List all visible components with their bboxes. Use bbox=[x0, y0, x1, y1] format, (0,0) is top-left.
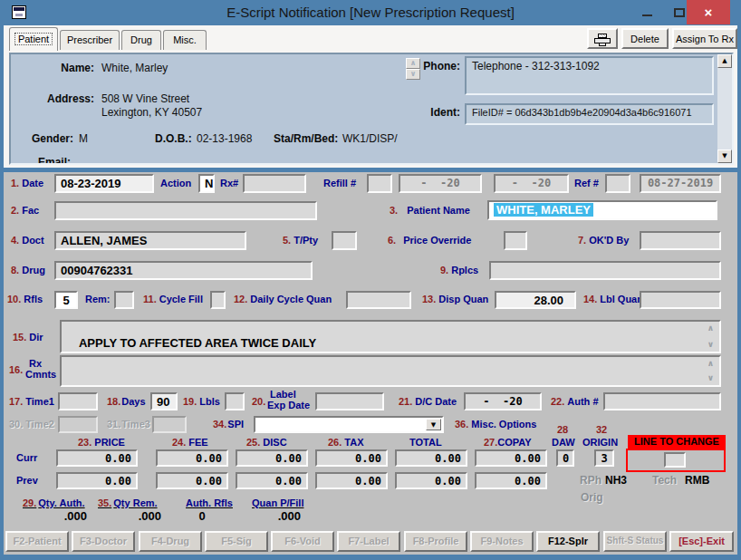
line-to-change-outline bbox=[626, 449, 726, 472]
rph-value: NH3 bbox=[605, 474, 627, 487]
curr-fee-field[interactable]: 0.00 bbox=[156, 449, 228, 467]
days-label: 18.Days bbox=[107, 396, 146, 407]
curr-tax-field[interactable]: 0.00 bbox=[315, 449, 388, 467]
price-override-field[interactable] bbox=[504, 231, 527, 250]
daw-field[interactable]: 0 bbox=[556, 449, 574, 467]
phone-field[interactable]: Telephone - 312-313-1092 bbox=[465, 56, 714, 95]
origin-field[interactable]: 3 bbox=[594, 449, 614, 467]
address-line2: Lexington, KY 40507 bbox=[101, 106, 202, 119]
copay-header: 27.COPAY bbox=[484, 437, 532, 448]
dir-scroll-up-icon[interactable]: ∧ bbox=[707, 324, 714, 333]
rx-number-field[interactable] bbox=[243, 174, 306, 193]
rx-number-label: Rx# bbox=[220, 178, 238, 188]
patient-name-label: 3.Patient Name bbox=[390, 205, 470, 216]
rem-label: Rem: bbox=[85, 294, 111, 304]
fac-field[interactable] bbox=[54, 201, 317, 220]
date-field[interactable]: 08-23-2019 bbox=[54, 174, 154, 193]
dir-field[interactable]: APPLY TO AFFECTED AREA TWICE DAILY ∧ ∨ bbox=[60, 320, 721, 353]
quan-pfill-value: .000 bbox=[250, 509, 301, 523]
cmnts-scroll-up-icon[interactable]: ∧ bbox=[707, 360, 714, 368]
curr-disc-field[interactable]: 0.00 bbox=[236, 449, 308, 467]
prev-fee-field: 0.00 bbox=[156, 472, 228, 489]
print-button[interactable] bbox=[587, 28, 618, 49]
patient-name-field[interactable]: WHITE, MARLEY bbox=[487, 200, 717, 220]
okd-by-label: 7.OK'D By bbox=[578, 235, 629, 246]
shft-s-status-button[interactable]: Shft-S Status bbox=[603, 531, 667, 552]
ref-number-field[interactable] bbox=[605, 174, 630, 193]
f4-drug-button[interactable]: F4-Drug bbox=[139, 531, 202, 552]
delete-button[interactable]: Delete bbox=[621, 28, 669, 49]
date-label: 1.Date bbox=[11, 178, 43, 188]
tech-value: RMB bbox=[685, 474, 709, 487]
tab-patient[interactable]: Patient bbox=[9, 27, 58, 51]
curr-copay-field[interactable]: 0.00 bbox=[475, 449, 547, 467]
curr-total-field: 0.00 bbox=[395, 449, 467, 467]
ident-label: Ident: bbox=[400, 106, 460, 119]
drug-field[interactable]: 00904762331 bbox=[54, 261, 313, 280]
f8-profile-button[interactable]: F8-Profile bbox=[404, 531, 467, 552]
tab-misc[interactable]: Misc. bbox=[163, 30, 207, 50]
dc-date-field[interactable]: - -20 bbox=[464, 392, 542, 410]
rem-field[interactable] bbox=[114, 291, 134, 309]
days-field[interactable]: 90 bbox=[150, 392, 178, 410]
lbls-label: 19.Lbls bbox=[183, 396, 220, 407]
rplcs-label: 9.Rplcs bbox=[440, 265, 478, 275]
disp-quan-field[interactable]: 28.00 bbox=[495, 291, 576, 309]
sta-rm-bed-label: Sta/Rm/Bed: bbox=[274, 132, 338, 145]
curr-price-field[interactable]: 0.00 bbox=[56, 449, 138, 467]
minimize-button[interactable] bbox=[634, 0, 659, 24]
tab-drug[interactable]: Drug bbox=[121, 30, 161, 50]
lbl-quan-label: 14.Lbl Quan bbox=[583, 294, 643, 304]
time1-field[interactable] bbox=[58, 392, 98, 410]
f6-void-button[interactable]: F6-Void bbox=[271, 531, 334, 552]
doct-field[interactable]: ALLEN, JAMES bbox=[54, 231, 246, 250]
fac-label: 2.Fac bbox=[11, 205, 39, 216]
scroll-up-icon[interactable]: ▲ bbox=[717, 54, 732, 68]
f12-splr-button[interactable]: F12-Splr bbox=[536, 531, 600, 552]
refill-number-field[interactable] bbox=[367, 174, 392, 193]
dir-scroll-down-icon[interactable]: ∨ bbox=[707, 341, 714, 349]
refill-number-label: Refill # bbox=[323, 178, 356, 188]
tab-prescriber[interactable]: Prescriber bbox=[60, 30, 120, 50]
label-exp-number: 20. bbox=[252, 396, 268, 407]
rx-cmnts-label-line2: Cmnts bbox=[25, 369, 56, 380]
time3-label: 31.Time3 bbox=[107, 419, 150, 430]
close-icon: × bbox=[705, 5, 713, 20]
close-button[interactable]: × bbox=[687, 0, 730, 24]
okd-by-field[interactable] bbox=[640, 231, 721, 250]
lbl-quan-field[interactable] bbox=[640, 291, 721, 309]
spi-dropdown-icon[interactable]: ▼ bbox=[426, 419, 441, 430]
rfls-field[interactable]: 5 bbox=[54, 291, 78, 309]
f2-patient-button[interactable]: F2-Patient bbox=[5, 531, 69, 552]
lbls-field[interactable] bbox=[225, 392, 245, 410]
daily-cycle-quan-field[interactable] bbox=[346, 291, 411, 309]
esc-exit-button[interactable]: [Esc]-Exit bbox=[669, 531, 734, 552]
cycle-fill-checkbox[interactable] bbox=[210, 291, 226, 309]
rx-cmnts-field[interactable]: ∧ ∨ bbox=[60, 355, 721, 387]
cmnts-scroll-down-icon[interactable]: ∨ bbox=[707, 374, 714, 382]
tpty-field[interactable] bbox=[332, 231, 357, 250]
f5-sig-button[interactable]: F5-Sig bbox=[205, 531, 268, 552]
rplcs-field[interactable] bbox=[489, 261, 721, 280]
auth-number-label: 22.Auth # bbox=[551, 396, 599, 407]
action-field[interactable]: N bbox=[198, 174, 215, 193]
ident-field[interactable]: FileID# = 06d343b1db9b4e20904d3a4b6c9160… bbox=[465, 103, 714, 125]
assign-to-rx-button[interactable]: Assign To Rx bbox=[672, 28, 737, 49]
prev-price-field: 0.00 bbox=[56, 472, 138, 489]
label-exp-date-field[interactable] bbox=[315, 392, 384, 410]
f7-label-button[interactable]: F7-Label bbox=[337, 531, 400, 552]
price-header: 23.PRICE bbox=[78, 437, 125, 448]
f9-notes-button[interactable]: F9-Notes bbox=[470, 531, 534, 552]
panel-scrollbar[interactable]: ▲ ▼ bbox=[717, 54, 732, 163]
prev-copay-field: 0.00 bbox=[475, 472, 547, 489]
disc-header: 25.DISC bbox=[246, 437, 287, 448]
line-to-change-input[interactable] bbox=[664, 452, 686, 468]
phone-label: Phone: bbox=[400, 60, 460, 72]
tech-label: Tech bbox=[652, 474, 677, 487]
f3-doctor-button[interactable]: F3-Doctor bbox=[72, 531, 135, 552]
auth-number-field[interactable] bbox=[603, 392, 721, 410]
label-exp-line1: Label bbox=[270, 389, 296, 400]
scroll-down-icon[interactable]: ▼ bbox=[717, 150, 732, 163]
spi-dropdown[interactable]: ▼ bbox=[254, 416, 444, 433]
rfls-label: 10.Rfls bbox=[7, 294, 43, 304]
